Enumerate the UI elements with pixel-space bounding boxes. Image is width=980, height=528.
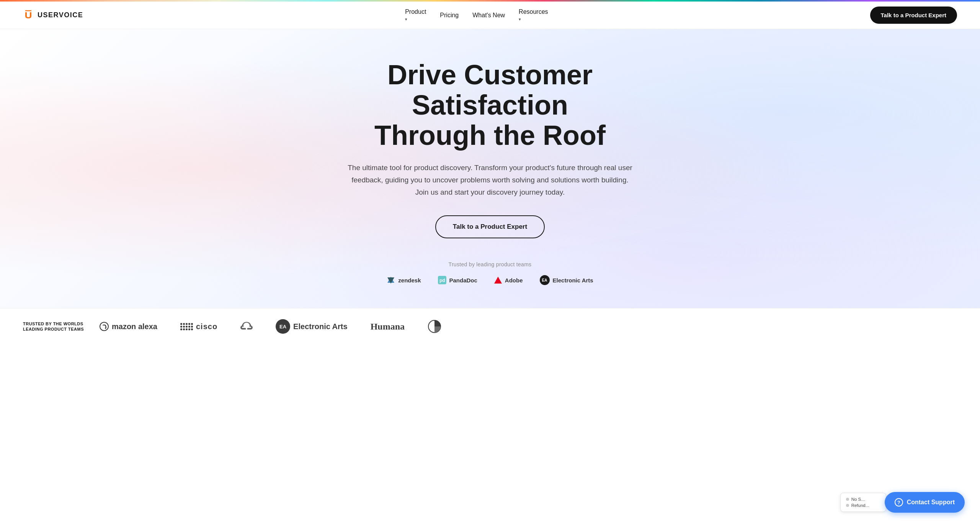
- svg-text:pd: pd: [439, 278, 445, 283]
- adobe-logo: Adobe: [494, 277, 523, 284]
- trusted-logos: zendesk pd PandaDoc Adobe EA Electronic …: [387, 275, 593, 285]
- uservoice-logo-icon: [23, 10, 34, 21]
- hero-title-line1: Drive Customer Satisfaction: [387, 59, 593, 120]
- humana-logo: Humana: [371, 321, 405, 332]
- trusted-label: Trusted by leading product teams: [387, 261, 593, 267]
- nav-links: Product ▾ Pricing What's New Resources ▾: [405, 8, 548, 22]
- nav-link-resources[interactable]: Resources: [519, 8, 548, 15]
- ea-icon: EA: [540, 275, 550, 285]
- resources-chevron-icon: ▾: [519, 17, 521, 21]
- ea-partner-text: Electronic Arts: [293, 322, 348, 331]
- logo-text: USERVOICE: [38, 11, 83, 19]
- pandadoc-icon: pd: [438, 276, 446, 284]
- ea-logo: EA Electronic Arts: [540, 275, 593, 285]
- cisco-text: cisco: [196, 322, 217, 331]
- pandadoc-label: PandaDoc: [449, 277, 477, 284]
- nav-link-pricing[interactable]: Pricing: [440, 12, 459, 19]
- adobe-label: Adobe: [505, 277, 523, 284]
- adobe-icon: [494, 277, 502, 284]
- alexa-icon: [100, 322, 109, 331]
- svg-point-4: [100, 322, 108, 331]
- pie-chart-logo: [428, 320, 441, 333]
- cisco-logo: cisco: [180, 322, 217, 331]
- partners-label-line1: TRUSTED BY THE WORLDS: [23, 321, 83, 326]
- nav-cta-button[interactable]: Talk to a Product Expert: [870, 7, 957, 24]
- nav-item-pricing[interactable]: Pricing: [440, 12, 459, 19]
- nav-item-whats-new[interactable]: What's New: [472, 12, 505, 19]
- product-chevron-icon: ▾: [405, 17, 407, 21]
- ea-partner-icon: EA: [276, 319, 290, 334]
- partners-label: TRUSTED BY THE WORLDS LEADING PRODUCT TE…: [23, 321, 100, 332]
- nav-link-product[interactable]: Product: [405, 8, 426, 15]
- ea-partner-logo: EA Electronic Arts: [276, 319, 348, 334]
- hero-content: Drive Customer Satisfaction Through the …: [318, 60, 662, 238]
- trusted-section: Trusted by leading product teams zendesk…: [387, 261, 593, 285]
- alexa-text: mazon alexa: [112, 322, 157, 331]
- creative-cloud-icon: [240, 320, 253, 333]
- zendesk-icon: [387, 276, 395, 284]
- pandadoc-logo: pd PandaDoc: [438, 276, 477, 284]
- zendesk-label: zendesk: [398, 277, 421, 284]
- nav-item-resources[interactable]: Resources ▾: [519, 8, 548, 22]
- creative-cloud-logo: [240, 320, 253, 333]
- nav-link-whats-new[interactable]: What's New: [472, 12, 505, 19]
- partners-logos: mazon alexa cisco EA Electronic Arts Hum…: [100, 319, 957, 334]
- amazon-alexa-logo: mazon alexa: [100, 322, 157, 331]
- partners-label-line2: LEADING PRODUCT TEAMS: [23, 327, 84, 331]
- zendesk-logo: zendesk: [387, 276, 421, 284]
- nav-item-product[interactable]: Product ▾: [405, 8, 426, 22]
- pie-chart-icon: [428, 320, 441, 333]
- partners-bar: TRUSTED BY THE WORLDS LEADING PRODUCT TE…: [0, 308, 980, 344]
- hero-subtitle: The ultimate tool for product discovery.…: [345, 162, 635, 199]
- svg-rect-0: [23, 10, 34, 21]
- humana-text: Humana: [371, 321, 405, 332]
- cisco-icon: [180, 323, 193, 330]
- hero-section: Drive Customer Satisfaction Through the …: [0, 29, 980, 308]
- logo-link[interactable]: USERVOICE: [23, 10, 83, 21]
- hero-title: Drive Customer Satisfaction Through the …: [318, 60, 662, 151]
- ea-label: Electronic Arts: [553, 277, 593, 284]
- hero-cta-button[interactable]: Talk to a Product Expert: [435, 215, 545, 238]
- navbar: USERVOICE Product ▾ Pricing What's New R…: [0, 2, 980, 29]
- hero-title-line2: Through the Roof: [374, 120, 606, 151]
